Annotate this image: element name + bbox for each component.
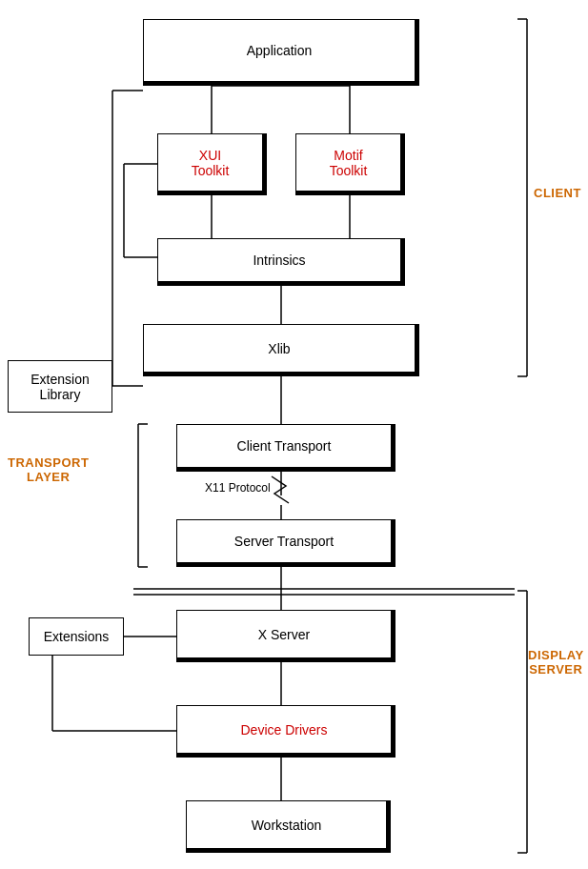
extensions-label: Extensions [44,629,109,644]
intrinsics-box: Intrinsics [157,238,405,286]
device-drivers-box: Device Drivers [176,705,395,758]
extension-library-box: ExtensionLibrary [8,360,112,413]
device-drivers-label: Device Drivers [240,722,327,738]
diagram-container: Application XUIToolkit MotifToolkit Intr… [0,0,588,869]
application-label: Application [247,43,313,58]
xlib-label: Xlib [268,341,290,356]
x11-protocol-label: X11 Protocol [205,481,271,495]
xui-toolkit-label: XUIToolkit [192,148,230,178]
extension-library-label: ExtensionLibrary [30,372,89,402]
motif-toolkit-label: MotifToolkit [330,148,368,178]
transport-layer-label: TRANSPORTLAYER [8,455,89,484]
workstation-box: Workstation [186,800,391,853]
server-transport-box: Server Transport [176,519,395,567]
client-transport-label: Client Transport [237,438,332,454]
intrinsics-label: Intrinsics [253,253,305,268]
xlib-box: Xlib [143,324,419,376]
workstation-label: Workstation [252,818,322,833]
motif-toolkit-box: MotifToolkit [295,133,405,195]
client-transport-box: Client Transport [176,424,395,472]
x-server-label: X Server [258,627,310,642]
x-server-box: X Server [176,610,395,662]
extensions-box: Extensions [29,617,124,656]
client-label: CLIENT [534,186,581,200]
display-server-label: DISPLAYSERVER [528,648,584,677]
xui-toolkit-box: XUIToolkit [157,133,267,195]
application-box: Application [143,19,419,86]
server-transport-label: Server Transport [234,534,334,549]
